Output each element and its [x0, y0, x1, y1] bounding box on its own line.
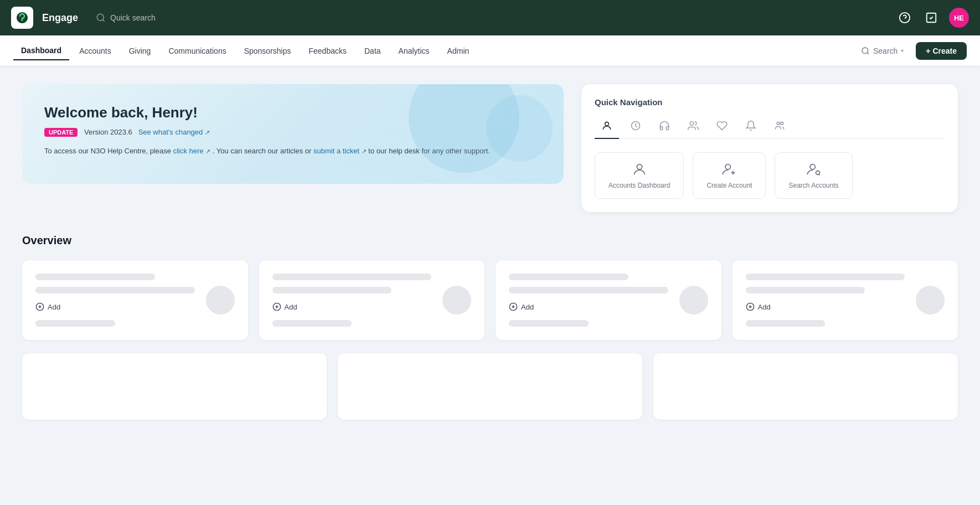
overview-card-3: Add — [496, 260, 721, 340]
submit-ticket-link[interactable]: submit a ticket ↗ — [313, 147, 368, 155]
quick-nav-items: Accounts Dashboard Create Account — [595, 152, 945, 199]
quick-nav-tab-person[interactable] — [595, 116, 619, 139]
external-link-icon-3: ↗ — [362, 148, 367, 154]
quick-nav-create-account-label: Create Account — [706, 182, 752, 189]
skeleton-circle — [679, 286, 708, 315]
overview-card-bottom-3 — [653, 353, 958, 420]
svg-point-12 — [810, 164, 815, 169]
topbar-actions: HE — [896, 8, 969, 28]
tasks-icon[interactable] — [922, 9, 940, 27]
overview-card-bottom-1 — [22, 353, 327, 420]
quick-nav-tab-group[interactable] — [767, 116, 792, 139]
help-icon[interactable] — [896, 9, 914, 27]
quick-nav-card: Quick Navigation — [581, 84, 958, 212]
subnav-item-sponsorships[interactable]: Sponsorships — [236, 42, 299, 60]
topbar: Engage Quick search HE — [0, 0, 980, 35]
svg-point-5 — [605, 122, 609, 126]
quick-nav-tab-clock[interactable] — [623, 116, 648, 139]
quick-nav-accounts-dashboard-label: Accounts Dashboard — [608, 182, 670, 189]
subnav-item-analytics[interactable]: Analytics — [391, 42, 437, 60]
skeleton-line — [35, 274, 155, 280]
skeleton-line — [746, 320, 826, 327]
skeleton-line — [272, 287, 392, 293]
quick-nav-tabs — [595, 116, 945, 139]
chevron-down-icon: ▾ — [901, 48, 904, 54]
quick-search[interactable]: Quick search — [96, 13, 887, 23]
skeleton-line — [35, 320, 115, 327]
app-name: Engage — [42, 12, 78, 24]
overview-title: Overview — [22, 234, 958, 247]
subnav-item-giving[interactable]: Giving — [121, 42, 159, 60]
skeleton-line — [35, 287, 195, 293]
overview-card-bottom-2 — [338, 353, 642, 420]
quick-nav-tab-people[interactable] — [681, 116, 705, 139]
overview-card-4: Add — [733, 260, 958, 340]
subnav-item-communications[interactable]: Communications — [161, 42, 234, 60]
quick-search-placeholder: Quick search — [110, 13, 156, 22]
svg-point-4 — [862, 48, 868, 54]
subnav-search[interactable]: Search ▾ — [855, 43, 909, 59]
subnav-item-dashboard[interactable]: Dashboard — [13, 42, 69, 60]
skeleton-circle — [916, 286, 945, 315]
app-logo[interactable] — [11, 7, 33, 29]
subnav-right: Search ▾ + Create — [855, 42, 967, 60]
svg-point-7 — [690, 122, 694, 126]
update-badge: UPDATE — [44, 128, 78, 137]
skeleton-line — [746, 287, 865, 293]
overview-grid-bottom — [22, 353, 958, 420]
welcome-card: Welcome back, Henry! UPDATE Version 2023… — [22, 84, 564, 184]
quick-nav-tab-bell[interactable] — [739, 116, 763, 139]
overview-card-2: Add — [259, 260, 485, 340]
welcome-version: UPDATE Version 2023.6 See what's changed… — [44, 128, 541, 137]
welcome-row: Welcome back, Henry! UPDATE Version 2023… — [22, 84, 958, 212]
add-button-2[interactable]: Add — [272, 300, 472, 313]
skeleton-line — [746, 274, 905, 280]
svg-point-11 — [725, 164, 730, 169]
external-link-icon-2: ↗ — [205, 148, 210, 154]
svg-point-9 — [781, 122, 783, 125]
skeleton-line — [272, 274, 432, 280]
subnav-item-accounts[interactable]: Accounts — [71, 42, 119, 60]
quick-nav-tab-headset[interactable] — [652, 116, 677, 139]
quick-nav-search-accounts-label: Search Accounts — [788, 182, 838, 189]
svg-point-8 — [777, 122, 780, 125]
subnav-item-admin[interactable]: Admin — [440, 42, 477, 60]
overview-grid: Add Add Add — [22, 260, 958, 340]
subnav-item-data[interactable]: Data — [357, 42, 389, 60]
add-button-1[interactable]: Add — [35, 300, 235, 313]
quick-nav-title: Quick Navigation — [595, 97, 945, 107]
subnav: Dashboard Accounts Giving Communications… — [0, 35, 980, 66]
quick-nav-create-account[interactable]: Create Account — [693, 152, 766, 199]
skeleton-circle — [206, 286, 235, 315]
create-button[interactable]: + Create — [916, 42, 967, 60]
svg-point-10 — [637, 164, 642, 169]
external-link-icon: ↗ — [205, 129, 210, 136]
create-button-label: + Create — [926, 47, 957, 55]
skeleton-line — [509, 274, 628, 280]
quick-nav-tab-heart[interactable] — [710, 116, 734, 139]
user-avatar[interactable]: HE — [949, 8, 969, 28]
click-here-link[interactable]: click here ↗ — [173, 147, 213, 155]
svg-point-0 — [97, 14, 104, 20]
skeleton-line — [509, 287, 668, 293]
overview-card-1: Add — [22, 260, 248, 340]
welcome-help: To access our N3O Help Centre, please cl… — [44, 146, 541, 157]
quick-nav-search-accounts[interactable]: Search Accounts — [775, 152, 852, 199]
add-button-3[interactable]: Add — [509, 300, 708, 313]
see-whats-changed-link[interactable]: See what's changed ↗ — [138, 128, 210, 136]
subnav-item-feedbacks[interactable]: Feedbacks — [301, 42, 354, 60]
add-button-4[interactable]: Add — [746, 300, 945, 313]
skeleton-line — [509, 320, 589, 327]
skeleton-circle — [442, 286, 471, 315]
skeleton-line — [272, 320, 352, 327]
main-content: Welcome back, Henry! UPDATE Version 2023… — [0, 66, 980, 437]
quick-nav-accounts-dashboard[interactable]: Accounts Dashboard — [595, 152, 684, 199]
welcome-title: Welcome back, Henry! — [44, 104, 541, 121]
subnav-search-label: Search — [873, 47, 898, 55]
